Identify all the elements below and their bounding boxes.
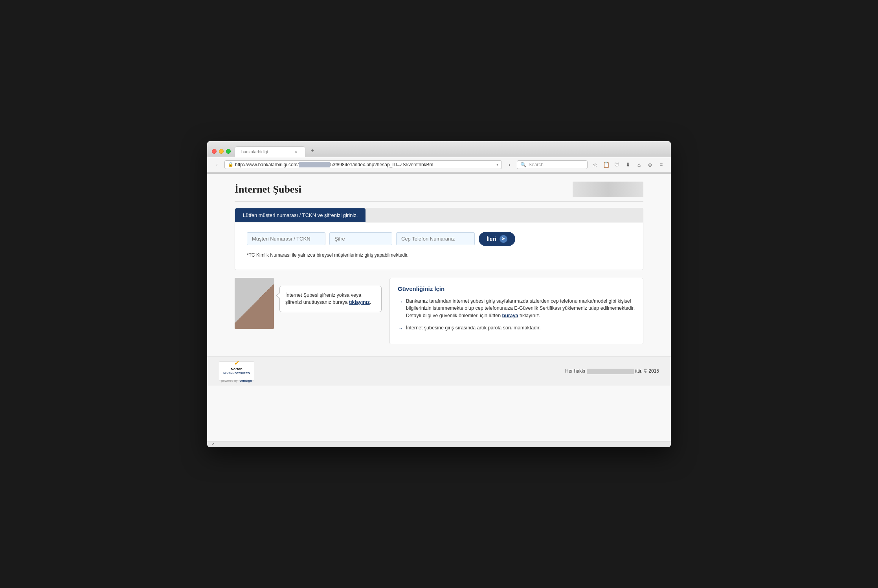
cep-input[interactable] xyxy=(396,232,475,245)
norton-logo-box: ✔ Norton Norton SECURED powered by VeriS… xyxy=(219,361,254,381)
powered-by: powered by VeriSign xyxy=(221,376,252,383)
login-tab-label[interactable]: Lütfen müşteri numarası / TCKN ve şifren… xyxy=(235,208,366,222)
login-box: Lütfen müşteri numarası / TCKN ve şifren… xyxy=(235,208,643,270)
browser-window: bankalarbirligi × + ‹ 🔒 http://www.banka… xyxy=(207,141,671,447)
search-placeholder-text: Search xyxy=(529,162,544,167)
secured-label: Norton SECURED xyxy=(223,371,250,375)
footer-copyright: Her hakkı ittir. © 2015 xyxy=(254,368,659,374)
search-bar[interactable]: 🔍 Search xyxy=(517,160,588,169)
login-tab-row: Lütfen müşteri numarası / TCKN ve şifren… xyxy=(235,208,643,222)
norton-check-icon: ✔ xyxy=(234,359,239,367)
norton-label: Norton xyxy=(231,367,242,371)
shield-icon[interactable]: 🛡 xyxy=(612,160,622,170)
security-card: Güvenliğiniz İçin → Bankamız tarafından … xyxy=(389,278,643,345)
page-inner: İnternet Şubesi Lütfen müşteri numarası … xyxy=(223,174,655,356)
ileri-label: İleri xyxy=(487,236,496,242)
tab-title: bankalarbirligi xyxy=(241,149,290,154)
tab-close-icon[interactable]: × xyxy=(293,149,299,154)
bank-logo xyxy=(573,182,643,197)
page-footer: ✔ Norton Norton SECURED powered by VeriS… xyxy=(207,356,671,386)
arrow-icon-1: → xyxy=(398,298,403,320)
download-icon[interactable]: ⬇ xyxy=(623,160,633,170)
page-header: İnternet Şubesi xyxy=(235,182,643,202)
login-form-area: İleri ➤ *TC Kimlik Numarası ile yalnızca… xyxy=(235,222,643,270)
new-tab-button[interactable]: + xyxy=(307,145,318,156)
emoji-icon[interactable]: ☺ xyxy=(645,160,655,170)
speech-link[interactable]: tıklayınız xyxy=(349,300,370,305)
nav-bar: ‹ 🔒 http://www.bankalarbirligi.com/ 53f8… xyxy=(207,157,671,173)
info-section: İnternet Şubesi şifreniz yoksa veya şifr… xyxy=(235,278,643,345)
ileri-arrow-icon: ➤ xyxy=(500,235,507,243)
address-bar[interactable]: 🔒 http://www.bankalarbirligi.com/ 53f898… xyxy=(224,160,502,169)
speech-bubble: İnternet Şubesi şifreniz yoksa veya şifr… xyxy=(279,286,382,312)
sifre-input[interactable] xyxy=(329,232,392,245)
minimize-button[interactable] xyxy=(219,149,224,154)
norton-text: Norton Norton SECURED xyxy=(223,368,250,375)
status-text: < xyxy=(212,442,214,447)
maximize-button[interactable] xyxy=(226,149,231,154)
page-title: İnternet Şubesi xyxy=(235,184,301,195)
security-item-1: → Bankamız tarafından internet şubesi gi… xyxy=(398,298,635,320)
security-item-2: → İnternet şubesine giriş sırasında artı… xyxy=(398,324,635,333)
page-content: İnternet Şubesi Lütfen müşteri numarası … xyxy=(207,174,671,441)
footer-reserved-blurred xyxy=(587,369,634,374)
login-inputs: İleri ➤ xyxy=(247,232,631,246)
dropdown-icon[interactable]: ▾ xyxy=(496,162,498,167)
url-text: http://www.bankalarbirligi.com/ 53f8984e… xyxy=(235,162,495,167)
menu-icon[interactable]: ≡ xyxy=(656,160,666,170)
tab-bar: bankalarbirligi × + xyxy=(235,145,666,157)
close-button[interactable] xyxy=(212,149,217,154)
traffic-lights xyxy=(212,149,231,154)
arrow-icon-2: → xyxy=(398,325,403,333)
left-card: İnternet Şubesi şifreniz yoksa veya şifr… xyxy=(235,278,382,345)
ileri-button[interactable]: İleri ➤ xyxy=(479,232,515,246)
search-icon: 🔍 xyxy=(520,162,526,167)
security-link-1[interactable]: buraya xyxy=(502,313,518,318)
forward-button[interactable]: › xyxy=(504,160,514,170)
active-tab[interactable]: bankalarbirligi × xyxy=(235,146,305,157)
home-icon[interactable]: ⌂ xyxy=(634,160,644,170)
nav-icons: ☆ 📋 🛡 ⬇ ⌂ ☺ ≡ xyxy=(590,160,666,170)
back-button[interactable]: ‹ xyxy=(212,160,222,170)
bookmark-icon[interactable]: ☆ xyxy=(590,160,600,170)
norton-badge: ✔ Norton Norton SECURED powered by VeriS… xyxy=(219,361,254,381)
reader-icon[interactable]: 📋 xyxy=(601,160,611,170)
security-text-2: İnternet şubesine giriş sırasında artık … xyxy=(406,324,541,333)
musteri-input[interactable] xyxy=(247,232,325,245)
lock-icon: 🔒 xyxy=(228,162,233,167)
title-bar: bankalarbirligi × + xyxy=(207,141,671,157)
login-note: *TC Kimlik Numarası ile yalnızca bireyse… xyxy=(247,252,631,258)
security-title: Güvenliğiniz İçin xyxy=(398,285,635,292)
person-image xyxy=(235,278,274,329)
status-bar: < xyxy=(207,441,671,447)
security-text-1: Bankamız tarafından internet şubesi giri… xyxy=(406,298,635,320)
